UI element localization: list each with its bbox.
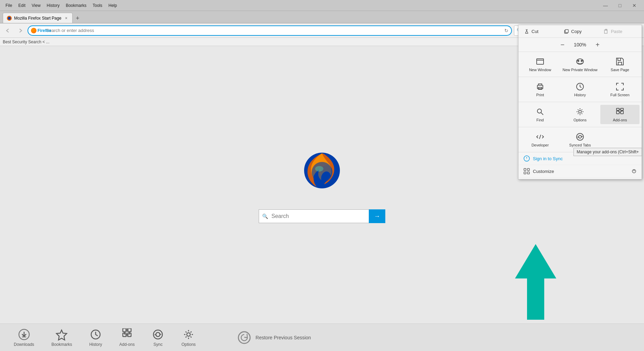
customize-row[interactable]: Customize bbox=[518, 165, 642, 178]
restore-session[interactable]: Restore Previous Session bbox=[237, 330, 311, 345]
dropdown-menu: Cut Copy Paste − 100% + New Window bbox=[518, 25, 642, 179]
menu-new-window[interactable]: New Window bbox=[520, 55, 560, 74]
maximize-button[interactable]: □ bbox=[613, 1, 627, 10]
firefox-logo bbox=[298, 146, 346, 196]
bottom-addons-label: Add-ons bbox=[119, 342, 135, 347]
tab-title: Mozilla Firefox Start Page bbox=[14, 16, 61, 21]
svg-point-34 bbox=[579, 110, 581, 113]
svg-rect-38 bbox=[621, 108, 623, 110]
menu-bar: File Edit View History Bookmarks Tools H… bbox=[3, 2, 120, 9]
menu-bookmarks[interactable]: Bookmarks bbox=[63, 2, 89, 9]
forward-button[interactable] bbox=[15, 25, 25, 36]
menu-row-1: New Window New Private Window Save Page bbox=[518, 52, 642, 77]
menu-file[interactable]: File bbox=[3, 2, 15, 9]
title-bar-left: File Edit View History Bookmarks Tools H… bbox=[3, 2, 120, 9]
menu-view[interactable]: View bbox=[29, 2, 43, 9]
reload-button[interactable]: ↻ bbox=[504, 28, 508, 33]
search-box-input[interactable] bbox=[259, 209, 369, 223]
svg-rect-45 bbox=[527, 172, 529, 174]
menu-addons[interactable]: Add-ons bbox=[600, 105, 640, 124]
svg-point-25 bbox=[577, 60, 579, 62]
menu-find[interactable]: Find bbox=[520, 105, 560, 124]
zoom-level: 100% bbox=[571, 42, 589, 47]
svg-point-18 bbox=[187, 333, 190, 336]
svg-rect-44 bbox=[524, 172, 526, 174]
title-bar: File Edit View History Bookmarks Tools H… bbox=[0, 0, 644, 11]
svg-rect-27 bbox=[618, 62, 622, 65]
bottom-bookmarks-label: Bookmarks bbox=[51, 342, 72, 347]
tab-bar: Mozilla Firefox Start Page × + bbox=[0, 11, 644, 23]
bottom-icons: Downloads Bookmarks History bbox=[14, 328, 196, 347]
copy-button[interactable]: Copy bbox=[561, 26, 599, 36]
search-box-button[interactable]: → bbox=[369, 209, 385, 223]
menu-help[interactable]: Help bbox=[106, 2, 120, 9]
menu-history[interactable]: History bbox=[44, 2, 62, 9]
svg-point-26 bbox=[581, 60, 583, 62]
svg-rect-21 bbox=[565, 30, 568, 33]
svg-point-6 bbox=[312, 162, 332, 183]
paste-button[interactable]: Paste bbox=[601, 26, 639, 36]
svg-point-32 bbox=[537, 109, 541, 113]
bottom-history-label: History bbox=[89, 342, 102, 347]
svg-line-33 bbox=[541, 113, 543, 115]
customize-label: Customize bbox=[533, 169, 554, 174]
svg-marker-11 bbox=[56, 330, 67, 340]
address-bar-wrapper: Firefox ↻ bbox=[28, 25, 512, 36]
bookmarks-item[interactable]: Best Security Search < ... bbox=[3, 40, 50, 44]
menu-options[interactable]: Options bbox=[560, 105, 600, 124]
back-button[interactable] bbox=[3, 25, 13, 36]
power-icon bbox=[631, 168, 637, 174]
menu-fullscreen[interactable]: Full Screen bbox=[600, 80, 640, 99]
window-controls: — □ ✕ bbox=[599, 1, 641, 10]
menu-tools[interactable]: Tools bbox=[90, 2, 105, 9]
svg-rect-28 bbox=[618, 58, 621, 61]
bottom-downloads-label: Downloads bbox=[14, 342, 34, 347]
menu-private-window[interactable]: New Private Window bbox=[560, 55, 600, 74]
bottom-options-label: Options bbox=[181, 342, 195, 347]
search-wrapper: 🔍 → bbox=[259, 209, 385, 223]
menu-row-3: Find Options Add-ons bbox=[518, 102, 642, 127]
zoom-out-button[interactable]: − bbox=[558, 40, 567, 50]
menu-row-2: Print History Full Screen bbox=[518, 77, 642, 102]
zoom-row: − 100% + bbox=[518, 38, 642, 52]
address-input[interactable] bbox=[28, 25, 512, 36]
menu-developer[interactable]: Developer bbox=[520, 130, 560, 149]
svg-point-1 bbox=[8, 17, 11, 20]
sign-in-sync-row[interactable]: Sign in to Sync bbox=[518, 152, 642, 165]
bottom-options[interactable]: Options bbox=[181, 328, 195, 347]
bottom-sync-label: Sync bbox=[153, 342, 163, 347]
zoom-in-button[interactable]: + bbox=[593, 40, 602, 50]
menu-synced-tabs[interactable]: Synced Tabs bbox=[560, 130, 600, 149]
bottom-downloads[interactable]: Downloads bbox=[14, 328, 34, 347]
bottom-bar: Downloads Bookmarks History bbox=[0, 323, 644, 351]
bottom-bookmarks[interactable]: Bookmarks bbox=[51, 328, 72, 347]
bottom-sync[interactable]: Sync bbox=[152, 328, 164, 347]
clipboard-row: Cut Copy Paste bbox=[518, 25, 642, 38]
svg-rect-42 bbox=[524, 168, 526, 171]
svg-rect-43 bbox=[527, 168, 529, 171]
new-tab-button[interactable]: + bbox=[73, 13, 82, 23]
menu-edit[interactable]: Edit bbox=[15, 2, 28, 9]
svg-rect-37 bbox=[616, 108, 619, 110]
bottom-history[interactable]: History bbox=[89, 328, 102, 347]
minimize-button[interactable]: — bbox=[599, 1, 612, 10]
tab-favicon bbox=[7, 15, 12, 21]
svg-rect-22 bbox=[537, 59, 544, 64]
svg-line-39 bbox=[539, 135, 541, 139]
active-tab[interactable]: Mozilla Firefox Start Page × bbox=[3, 13, 73, 23]
restore-label: Restore Previous Session bbox=[256, 335, 311, 340]
menu-save-page[interactable]: Save Page bbox=[600, 55, 640, 74]
menu-empty-cell bbox=[600, 130, 640, 149]
sign-in-label: Sign in to Sync bbox=[533, 156, 563, 161]
tab-close-button[interactable]: × bbox=[63, 15, 69, 21]
bottom-addons[interactable]: Add-ons bbox=[119, 328, 135, 347]
menu-print[interactable]: Print bbox=[520, 80, 560, 99]
search-box-icon: 🔍 bbox=[262, 213, 268, 219]
menu-history[interactable]: History bbox=[560, 80, 600, 99]
close-button[interactable]: ✕ bbox=[627, 1, 641, 10]
cut-button[interactable]: Cut bbox=[521, 26, 559, 36]
menu-row-4: Developer Synced Tabs bbox=[518, 127, 642, 152]
svg-point-7 bbox=[315, 166, 323, 172]
